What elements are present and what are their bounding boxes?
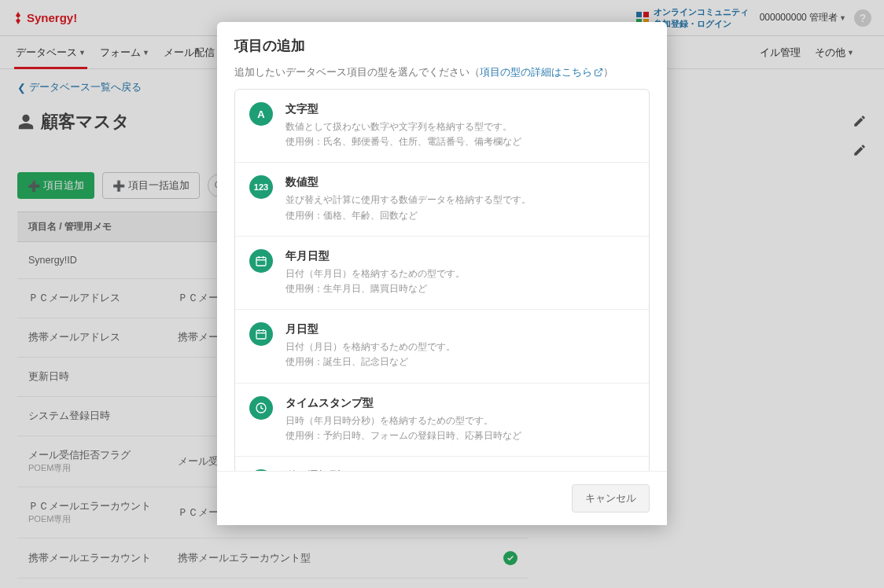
type-desc: 日付（年月日）を格納するための型です。使用例：生年月日、購買日時など xyxy=(285,266,635,296)
type-desc: 日時（年月日時分秒）を格納するための型です。使用例：予約日時、フォームの登録日時… xyxy=(285,413,635,443)
type-icon: A xyxy=(249,102,273,126)
external-link-icon xyxy=(594,68,603,77)
modal-title: 項目の追加 xyxy=(217,22,667,66)
type-name: 文字型 xyxy=(285,102,635,116)
type-name: 年月日型 xyxy=(285,249,635,263)
field-type-option[interactable]: 単一選択型複数の選択肢から1つだけ選択する項目を格納するための型です。使用例：都… xyxy=(235,457,649,471)
field-type-option[interactable]: タイムスタンプ型日時（年月日時分秒）を格納するための型です。使用例：予約日時、フ… xyxy=(235,384,649,457)
type-name: 単一選択型 xyxy=(285,469,635,471)
type-icon xyxy=(249,469,273,471)
type-details-link[interactable]: 項目の型の詳細はこちら xyxy=(480,67,603,78)
svg-rect-11 xyxy=(256,330,266,339)
type-icon xyxy=(249,322,273,346)
field-type-option[interactable]: 123数値型並び替えや計算に使用する数値データを格納する型です。使用例：価格、年… xyxy=(235,163,649,236)
type-desc: 日付（月日）を格納するための型です。使用例：誕生日、記念日など xyxy=(285,340,635,369)
field-type-option[interactable]: 月日型日付（月日）を格納するための型です。使用例：誕生日、記念日など xyxy=(235,310,649,383)
type-icon xyxy=(249,249,273,273)
type-name: 数値型 xyxy=(285,175,635,189)
cancel-button[interactable]: キャンセル xyxy=(572,484,650,513)
field-type-list: A文字型数値として扱わない数字や文字列を格納する型です。使用例：氏名、郵便番号、… xyxy=(234,89,650,471)
modal-backdrop[interactable]: 項目の追加 追加したいデータベース項目の型を選んでください（項目の型の詳細はこち… xyxy=(0,0,884,588)
svg-line-6 xyxy=(598,69,602,74)
add-field-modal: 項目の追加 追加したいデータベース項目の型を選んでください（項目の型の詳細はこち… xyxy=(217,22,667,525)
type-icon: 123 xyxy=(249,175,273,199)
svg-rect-7 xyxy=(256,257,266,266)
type-icon xyxy=(249,396,273,420)
type-desc: 並び替えや計算に使用する数値データを格納する型です。使用例：価格、年齢、回数など xyxy=(285,193,635,222)
type-name: タイムスタンプ型 xyxy=(285,396,635,410)
field-type-option[interactable]: A文字型数値として扱わない数字や文字列を格納する型です。使用例：氏名、郵便番号、… xyxy=(235,90,649,163)
field-type-option[interactable]: 年月日型日付（年月日）を格納するための型です。使用例：生年月日、購買日時など xyxy=(235,237,649,310)
type-desc: 数値として扱わない数字や文字列を格納する型です。使用例：氏名、郵便番号、住所、電… xyxy=(285,119,635,149)
modal-description: 追加したいデータベース項目の型を選んでください（項目の型の詳細はこちら） xyxy=(234,66,650,79)
type-name: 月日型 xyxy=(285,322,635,336)
